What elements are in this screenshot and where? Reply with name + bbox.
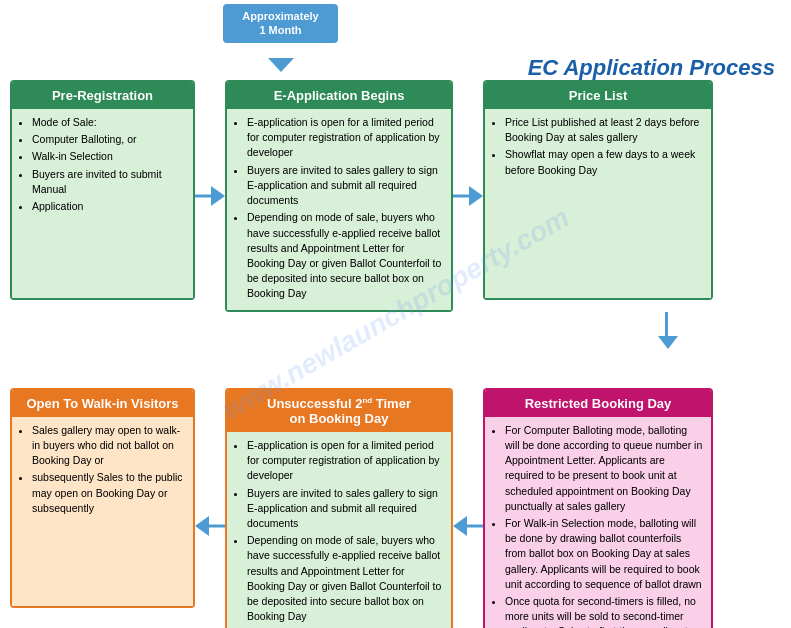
box-e-application-body: E-application is open for a limited peri… (227, 109, 451, 310)
box-unsuccessful-header: Unsuccessful 2nd Timeron Booking Day (227, 390, 451, 432)
box-walk-in-body: Sales gallery may open to walk-in buyers… (12, 417, 193, 606)
box-price-list-body: Price List published at least 2 days bef… (485, 109, 711, 298)
arrow-down-head (658, 336, 678, 349)
list-item: E-application is open for a limited peri… (247, 115, 443, 161)
box-price-list: Price List Price List published at least… (483, 80, 713, 300)
list-item: Computer Balloting, or (32, 132, 185, 147)
list-item: Depending on mode of sale, buyers who ha… (247, 533, 443, 624)
bottom-row: Open To Walk-in Visitors Sales gallery m… (10, 388, 781, 628)
box-e-application: E-Application Begins E-application is op… (225, 80, 453, 312)
box-pre-registration-header: Pre-Registration (12, 82, 193, 109)
list-item: Showflat may open a few days to a week b… (505, 147, 703, 177)
list-item: For Computer Balloting mode, balloting w… (505, 423, 703, 514)
month-badge-line2: 1 Month (259, 24, 301, 36)
list-item: E-application is open for a limited peri… (247, 438, 443, 484)
list-item: Once quota for second-timers is filled, … (505, 594, 703, 628)
box-pre-registration: Pre-Registration Mode of Sale: Computer … (10, 80, 195, 300)
box-restricted-body: For Computer Balloting mode, balloting w… (485, 417, 711, 628)
box-price-list-header: Price List (485, 82, 711, 109)
list-item: Mode of Sale: (32, 115, 185, 130)
list-item: For Walk-in Selection mode, balloting wi… (505, 516, 703, 592)
list-item: Depending on mode of sale, buyers who ha… (247, 210, 443, 301)
list-item: Buyers are invited to submit Manual (32, 167, 185, 197)
list-item: Walk-in Selection (32, 149, 185, 164)
page-title: EC Application Process (528, 55, 775, 81)
rows-wrap: Pre-Registration Mode of Sale: Computer … (10, 80, 781, 628)
list-item: Application (32, 199, 185, 214)
main-container: EC Application Process Approximately 1 M… (0, 0, 791, 628)
box-walk-in-header: Open To Walk-in Visitors (12, 390, 193, 417)
month-badge: Approximately 1 Month (223, 4, 338, 43)
unsuccessful-header-text: Unsuccessful 2nd Timeron Booking Day (267, 396, 411, 426)
box-unsuccessful-body: E-application is open for a limited peri… (227, 432, 451, 628)
list-item: Buyers are invited to sales gallery to s… (247, 163, 443, 209)
list-item: subsequently Sales to the public may ope… (32, 470, 185, 516)
box-restricted-header: Restricted Booking Day (485, 390, 711, 417)
box-walk-in: Open To Walk-in Visitors Sales gallery m… (10, 388, 195, 608)
top-row: Pre-Registration Mode of Sale: Computer … (10, 80, 781, 312)
box-pre-registration-body: Mode of Sale: Computer Balloting, or Wal… (12, 109, 193, 298)
arrow-down-month (268, 58, 294, 72)
box-e-application-header: E-Application Begins (227, 82, 451, 109)
list-item: Buyers are invited to sales gallery to s… (247, 486, 443, 532)
box-restricted-booking: Restricted Booking Day For Computer Ball… (483, 388, 713, 628)
box-unsuccessful: Unsuccessful 2nd Timeron Booking Day E-a… (225, 388, 453, 628)
arrow-down-stem (665, 312, 668, 337)
list-item: Sales gallery may open to walk-in buyers… (32, 423, 185, 469)
list-item: Price List published at least 2 days bef… (505, 115, 703, 145)
arrow-down-container (10, 312, 781, 350)
month-badge-line1: Approximately (242, 10, 318, 22)
